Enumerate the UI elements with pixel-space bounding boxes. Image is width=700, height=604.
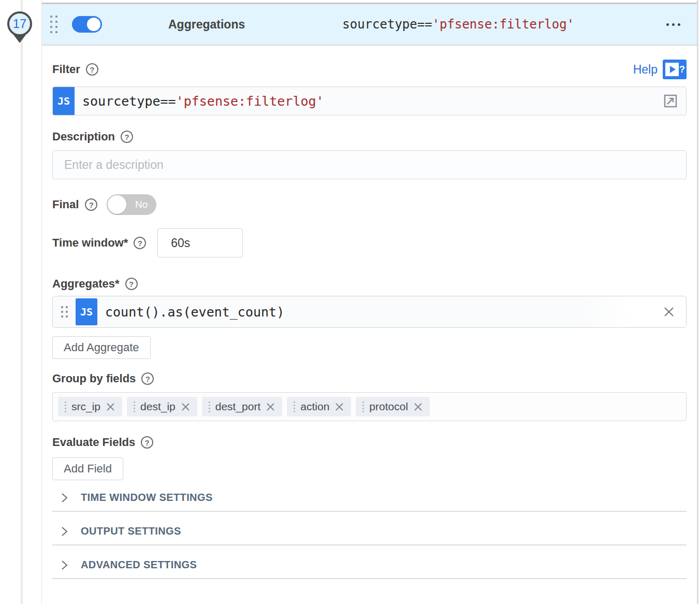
tag-label: action (300, 400, 329, 413)
tag-label: dest_ip (140, 400, 176, 413)
tag-drag-handle-icon[interactable] (294, 401, 295, 412)
evaluate-fields-help-circle-icon[interactable]: ? (141, 436, 153, 449)
field-tag[interactable]: dest_ip (127, 397, 197, 416)
time-window-label: Time window* (52, 236, 128, 250)
play-icon (665, 63, 679, 76)
remove-tag-icon[interactable] (181, 402, 191, 412)
remove-aggregate-icon[interactable] (660, 303, 678, 321)
group-by-fields-label: Group by fields (52, 372, 136, 385)
toggle-knob (108, 195, 126, 214)
remove-tag-icon[interactable] (334, 402, 344, 412)
time-window-help-circle-icon[interactable]: ? (134, 237, 146, 249)
description-input[interactable] (52, 150, 687, 179)
aggregates-label: Aggregates* (52, 277, 120, 291)
section-time-window-settings[interactable]: TIME WINDOW SETTINGS (52, 492, 687, 512)
tag-label: dest_port (215, 400, 261, 413)
description-help-circle-icon[interactable]: ? (121, 131, 133, 143)
group-by-fields-input[interactable]: src_ip dest_ip dest_port action protocol (52, 392, 687, 421)
function-body: Filter ? Help ? JS sourcetype=='pfsense:… (42, 47, 697, 604)
pipeline-step-marker: 17 (7, 11, 32, 36)
final-label: Final (52, 198, 79, 211)
section-title: ADVANCED SETTINGS (81, 559, 197, 571)
help-docs-icon[interactable]: ? (663, 60, 687, 79)
final-toggle-state: No (135, 199, 148, 210)
more-options-icon[interactable] (665, 20, 681, 29)
section-title: TIME WINDOW SETTINGS (81, 492, 213, 504)
remove-tag-icon[interactable] (413, 402, 423, 412)
aggregate-expression-code[interactable]: count().as(event_count) (105, 305, 284, 320)
tag-drag-handle-icon[interactable] (209, 401, 210, 412)
field-tag[interactable]: action (287, 397, 351, 416)
description-label: Description (52, 130, 115, 143)
timeline-rail (21, 0, 23, 604)
tag-label: src_ip (71, 400, 100, 413)
drag-handle-icon[interactable] (50, 16, 57, 33)
filter-help-circle-icon[interactable]: ? (86, 63, 98, 76)
field-tag[interactable]: dest_port (202, 397, 283, 416)
section-advanced-settings[interactable]: ADVANCED SETTINGS (52, 559, 687, 579)
section-output-settings[interactable]: OUTPUT SETTINGS (52, 525, 687, 545)
header-filter-expression: sourcetype=='pfsense:filterlog' (342, 17, 574, 32)
aggregate-row[interactable]: JS count().as(event_count) (52, 296, 687, 328)
chevron-right-icon (60, 526, 68, 537)
marker-pointer (13, 35, 26, 43)
step-number: 17 (7, 11, 32, 36)
aggregates-help-circle-icon[interactable]: ? (125, 278, 138, 290)
add-field-button[interactable]: Add Field (52, 457, 123, 480)
expand-editor-icon[interactable] (662, 93, 679, 109)
add-aggregate-button[interactable]: Add Aggregate (52, 336, 151, 359)
filter-expression-code[interactable]: sourcetype=='pfsense:filterlog' (75, 87, 324, 115)
evaluate-fields-label: Evaluate Fields (52, 436, 135, 449)
function-enabled-toggle[interactable] (72, 16, 102, 33)
filter-expression-input[interactable]: JS sourcetype=='pfsense:filterlog' (52, 87, 687, 116)
js-badge: JS (53, 87, 75, 115)
group-by-help-circle-icon[interactable]: ? (141, 372, 154, 385)
tag-label: protocol (369, 400, 408, 413)
final-toggle[interactable]: No (107, 194, 156, 215)
tag-drag-handle-icon[interactable] (65, 401, 66, 412)
function-config-panel: Aggregations sourcetype=='pfsense:filter… (41, 0, 698, 604)
remove-tag-icon[interactable] (266, 402, 275, 412)
final-help-circle-icon[interactable]: ? (85, 198, 97, 211)
help-link-label[interactable]: Help (633, 63, 658, 77)
help-link[interactable]: Help ? (633, 60, 687, 79)
time-window-input[interactable] (157, 228, 243, 257)
section-title: OUTPUT SETTINGS (81, 525, 181, 537)
tag-drag-handle-icon[interactable] (134, 401, 135, 412)
function-header[interactable]: Aggregations sourcetype=='pfsense:filter… (42, 4, 697, 46)
js-badge: JS (76, 298, 97, 325)
collapsible-sections: TIME WINDOW SETTINGS OUTPUT SETTINGS ADV… (52, 492, 687, 579)
drag-handle-icon[interactable] (61, 306, 68, 318)
field-tag[interactable]: protocol (356, 397, 430, 416)
chevron-right-icon (60, 559, 68, 571)
toggle-knob (87, 18, 100, 31)
filter-label: Filter (52, 63, 80, 76)
tag-drag-handle-icon[interactable] (362, 401, 364, 412)
function-title: Aggregations (168, 18, 245, 32)
field-tag[interactable]: src_ip (58, 397, 122, 416)
chevron-right-icon (60, 492, 68, 504)
remove-tag-icon[interactable] (106, 402, 115, 412)
